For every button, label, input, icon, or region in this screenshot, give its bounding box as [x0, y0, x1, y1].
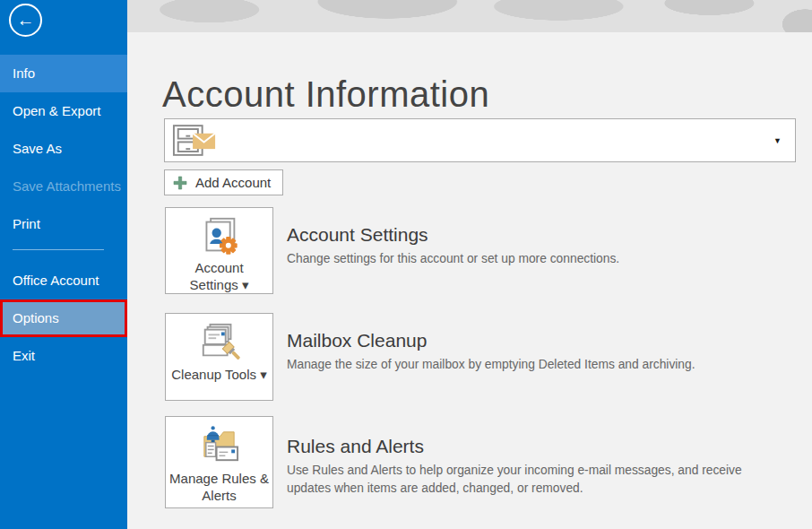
mailbox-cleanup-heading: Mailbox Cleanup: [287, 330, 427, 351]
button-label-text: Account Settings: [190, 260, 244, 292]
outlook-backstage-view: ← Info Open & Export Save As Save Attach…: [0, 0, 812, 529]
manage-rules-alerts-button-label: Manage Rules & Alerts: [166, 470, 272, 504]
account-selector-dropdown[interactable]: ▼: [164, 118, 796, 162]
sidebar-item-print[interactable]: Print: [0, 205, 127, 243]
back-arrow-icon: ←: [17, 10, 35, 30]
mailbox-cleanup-description: Manage the size of your mailbox by empty…: [287, 356, 789, 374]
account-settings-button-label: Account Settings ▾: [166, 259, 272, 293]
mail-account-icon: [172, 124, 217, 157]
account-settings-heading: Account Settings: [287, 224, 428, 246]
rules-and-alerts-icon: [198, 425, 240, 467]
cleanup-tools-button[interactable]: Cleanup Tools ▾: [165, 313, 273, 401]
page-title: Account Information: [162, 74, 489, 115]
sidebar-item-options[interactable]: Options: [0, 299, 127, 337]
add-account-button[interactable]: Add Account: [164, 169, 283, 195]
sidebar-item-office-account[interactable]: Office Account: [0, 262, 127, 299]
plus-icon: [173, 176, 187, 190]
sidebar-divider: [13, 249, 104, 250]
button-label-text: Cleanup Tools: [171, 367, 256, 382]
sidebar-nav: Info Open & Export Save As Save Attachme…: [0, 55, 127, 375]
backstage-sidebar: ← Info Open & Export Save As Save Attach…: [0, 0, 127, 529]
sidebar-item-save-attachments: Save Attachments: [0, 168, 127, 205]
cleanup-tools-button-label: Cleanup Tools ▾: [168, 366, 271, 383]
cleanup-tools-icon: [199, 322, 240, 363]
manage-rules-alerts-button[interactable]: Manage Rules & Alerts: [165, 416, 273, 508]
chevron-down-icon: ▾: [260, 367, 267, 382]
dropdown-arrow-icon: ▼: [773, 136, 782, 145]
account-settings-icon: [198, 216, 240, 256]
background-texture: [127, 0, 812, 32]
account-settings-button[interactable]: Account Settings ▾: [165, 207, 273, 294]
add-account-label: Add Account: [195, 175, 271, 190]
rules-and-alerts-heading: Rules and Alerts: [287, 436, 424, 457]
chevron-down-icon: ▾: [242, 277, 249, 292]
sidebar-item-exit[interactable]: Exit: [0, 337, 127, 375]
sidebar-item-open-export[interactable]: Open & Export: [0, 92, 127, 130]
rules-and-alerts-description: Use Rules and Alerts to help organize yo…: [287, 462, 789, 498]
sidebar-item-save-as[interactable]: Save As: [0, 130, 127, 168]
button-label-text: Manage Rules & Alerts: [169, 471, 269, 503]
account-settings-description: Change settings for this account or set …: [287, 250, 789, 268]
sidebar-item-info[interactable]: Info: [0, 55, 127, 92]
back-button[interactable]: ←: [9, 4, 42, 37]
